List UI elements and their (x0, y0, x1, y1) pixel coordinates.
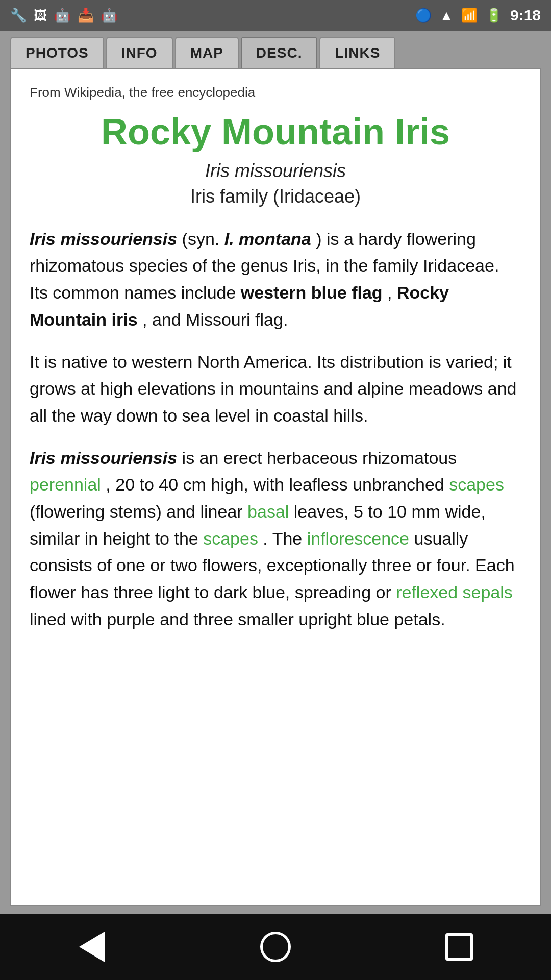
status-bar: 🔧 🖼 🤖 📥 🤖 🔵 ▲ 📶 🔋 9:18 (0, 0, 551, 31)
link-scapes-1[interactable]: scapes (449, 475, 504, 494)
recents-icon (445, 933, 473, 961)
nav-recents-button[interactable] (429, 926, 490, 967)
paragraph-2-text: It is native to western North America. I… (30, 352, 517, 425)
paragraph-1: Iris missouriensis (syn. I. montana ) is… (30, 226, 521, 333)
common-name-1: western blue flag (241, 283, 383, 302)
paragraph-3-text-a: is an erect herbaceous rhizomatous (182, 448, 457, 468)
article-body: Iris missouriensis (syn. I. montana ) is… (30, 226, 521, 633)
status-icons-left: 🔧 🖼 🤖 📥 🤖 (10, 8, 117, 23)
species-name-2: Iris missouriensis (30, 448, 177, 468)
paragraph-3-text-c: (flowering stems) and linear (30, 502, 247, 521)
link-reflexed-sepals[interactable]: reflexed sepals (396, 582, 513, 602)
status-time: 9:18 (510, 7, 541, 24)
nav-home-button[interactable] (245, 926, 306, 967)
content-area: From Wikipedia, the free encyclopedia Ro… (0, 68, 551, 917)
paragraph-3: Iris missouriensis is an erect herbaceou… (30, 445, 521, 633)
nav-bar (0, 914, 551, 980)
article-box: From Wikipedia, the free encyclopedia Ro… (10, 68, 541, 906)
paragraph-1-text-c: , (387, 283, 397, 302)
tab-links[interactable]: LINKS (319, 37, 395, 68)
tab-photos[interactable]: PHOTOS (10, 37, 104, 68)
paragraph-1-text-a: (syn. (182, 229, 224, 249)
back-icon (79, 932, 105, 962)
synonym-name: I. montana (224, 229, 311, 249)
wifi-icon: ▲ (440, 8, 453, 23)
tab-bar: PHOTOS INFO MAP DESC. LINKS (0, 31, 551, 68)
article-scientific: Iris missouriensis (30, 160, 521, 182)
status-icons-right: 🔵 ▲ 📶 🔋 9:18 (415, 7, 541, 24)
paragraph-2: It is native to western North America. I… (30, 349, 521, 429)
paragraph-1-text-d: , and Missouri flag. (142, 310, 288, 329)
android2-icon: 🤖 (101, 8, 117, 23)
tab-map[interactable]: MAP (175, 37, 239, 68)
link-perennial[interactable]: perennial (30, 475, 101, 494)
home-icon (260, 932, 291, 962)
link-scapes-2[interactable]: scapes (203, 529, 258, 548)
battery-icon: 🔋 (486, 8, 502, 23)
tab-info[interactable]: INFO (106, 37, 173, 68)
android-icon: 🤖 (54, 8, 70, 23)
wiki-source: From Wikipedia, the free encyclopedia (30, 85, 521, 101)
signal-icon: 📶 (461, 8, 478, 23)
bluetooth-icon: 🔵 (415, 8, 432, 23)
paragraph-3-text-b: , 20 to 40 cm high, with leafless unbran… (106, 475, 449, 494)
image-icon: 🖼 (34, 8, 47, 23)
download-icon: 📥 (78, 8, 94, 23)
nav-back-button[interactable] (61, 926, 122, 967)
paragraph-3-text-g: lined with purple and three smaller upri… (30, 609, 445, 629)
article-title: Rocky Mountain Iris (30, 111, 521, 153)
wrench-icon: 🔧 (10, 8, 27, 23)
tab-desc[interactable]: DESC. (241, 37, 318, 68)
species-name-1: Iris missouriensis (30, 229, 177, 249)
link-basal[interactable]: basal (247, 502, 289, 521)
paragraph-3-text-e: . The (263, 529, 307, 548)
link-inflorescence[interactable]: inflorescence (307, 529, 409, 548)
article-family: Iris family (Iridaceae) (30, 186, 521, 207)
